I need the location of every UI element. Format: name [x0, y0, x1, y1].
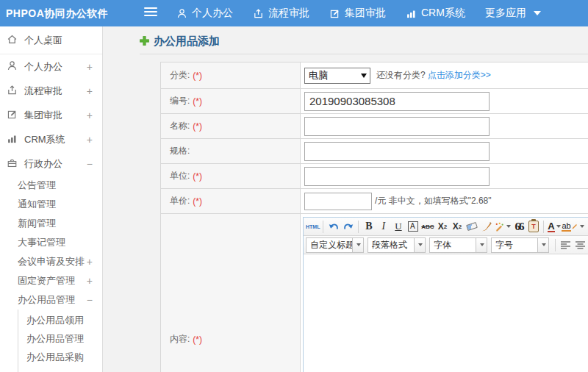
sidebar-item-supplies-claim[interactable]: 办公用品领用 [18, 311, 102, 329]
sidebar-item-office-supplies-mgmt[interactable]: 办公用品管理− [0, 290, 102, 310]
person-icon [176, 8, 187, 19]
sidebar-item-label: 办公用品管理 [26, 332, 84, 346]
subscript-button[interactable]: X2 [450, 219, 464, 234]
expand-icon[interactable]: + [87, 85, 93, 97]
custom-heading-select[interactable]: 自定义标题 [306, 237, 364, 253]
align-left-button[interactable] [559, 237, 573, 252]
sidebar-item-label: CRM系统 [24, 133, 65, 146]
page: PHPOA协同办公软件 个人办公 流程审批 集团审批 CRM系统 更多应用 [0, 0, 588, 372]
field-label: 名称: [170, 120, 190, 132]
sidebar-item-process-approval[interactable]: 流程审批 + [0, 79, 102, 103]
collapse-icon[interactable]: − [87, 294, 93, 306]
nav-label: CRM系统 [421, 7, 465, 20]
sidebar-item-announcement-mgmt[interactable]: 公告管理 [0, 176, 102, 195]
sidebar-item-label: 办公用品采购 [26, 351, 84, 364]
superscript-button[interactable]: X2 [435, 219, 449, 234]
home-icon [7, 34, 18, 47]
person-icon [7, 60, 18, 74]
chart-icon [406, 8, 417, 19]
clear-format-button[interactable] [479, 219, 493, 234]
strikethrough-button[interactable]: ABC [420, 219, 434, 234]
source-code-button[interactable]: HTML [306, 219, 320, 234]
expand-icon[interactable]: + [87, 61, 93, 73]
app-logo[interactable]: PHPOA协同办公软件 [6, 0, 108, 26]
add-category-link[interactable]: 点击添加分类>> [428, 69, 491, 82]
page-title: 办公用品添加 [140, 35, 220, 49]
redo-button[interactable] [341, 219, 355, 234]
blockquote-button[interactable]: 66 [512, 219, 526, 234]
align-center-button[interactable] [573, 237, 587, 252]
price-input[interactable] [304, 193, 372, 210]
category-select-value: 电脑 [309, 69, 328, 82]
paint-format-button[interactable] [494, 219, 511, 234]
field-label: 规格: [170, 145, 190, 157]
undo-button[interactable] [326, 219, 340, 234]
font-family-select[interactable]: 字体 [429, 237, 487, 253]
paste-text-button[interactable]: T [526, 219, 540, 234]
font-size-select[interactable]: 字号 [491, 237, 549, 253]
name-input[interactable] [304, 117, 490, 136]
sidebar-item-label: 集团审批 [24, 109, 62, 122]
hamburger-icon[interactable] [144, 7, 157, 18]
underline-button[interactable]: U [391, 219, 405, 234]
eraser-button[interactable] [465, 219, 478, 234]
form-row-code: 编号: (*) [161, 89, 588, 114]
nav-label: 集团审批 [345, 7, 386, 20]
expand-icon[interactable]: + [87, 134, 93, 146]
spec-input[interactable] [304, 142, 490, 161]
sidebar-item-group-approval[interactable]: 集团审批 + [0, 103, 102, 127]
nav-group-approval[interactable]: 集团审批 [329, 7, 386, 20]
font-color-button[interactable]: A [547, 219, 561, 234]
sidebar-item-label: 会议申请及安排 [18, 255, 85, 268]
editor-content-area[interactable] [304, 254, 588, 372]
italic-button[interactable]: I [376, 219, 390, 234]
sidebar-item-label: 新闻管理 [18, 217, 56, 230]
sidebar-item-supplies-manage[interactable]: 办公用品管理 [18, 329, 102, 348]
sidebar-item-news-mgmt[interactable]: 新闻管理 [0, 214, 102, 233]
edit-icon [7, 109, 18, 122]
field-label: 内容: [170, 333, 190, 346]
field-label: 单价: [170, 195, 190, 207]
category-hint: 还没有分类? [376, 69, 426, 82]
toolbar-separator [555, 239, 556, 251]
paragraph-format-select[interactable]: 段落格式 [368, 237, 426, 253]
toolbar-separator [543, 221, 544, 233]
paint-format-icon [494, 221, 505, 232]
sidebar-item-fixed-assets[interactable]: 固定资产管理+ [0, 271, 102, 290]
chart-icon [7, 133, 18, 146]
expand-icon[interactable]: + [87, 256, 93, 268]
collapse-icon[interactable]: − [87, 158, 93, 170]
nav-personal-office[interactable]: 个人办公 [176, 7, 233, 20]
edit-icon [329, 8, 340, 19]
form-row-content: 内容: (*) HTML B I U A A [161, 214, 588, 372]
select-arrow-icon [361, 74, 367, 78]
nav-process-approval[interactable]: 流程审批 [253, 7, 309, 20]
sidebar-item-notice-mgmt[interactable]: 通知管理 [0, 195, 102, 214]
bold-button[interactable]: B [362, 219, 376, 234]
add-plus-icon [140, 35, 149, 49]
highlight-color-button[interactable]: ab [562, 219, 584, 234]
form-row-unit: 单位: (*) [161, 164, 588, 189]
required-mark: (*) [193, 71, 202, 81]
sidebar-item-memorabilia-mgmt[interactable]: 大事记管理 [0, 233, 102, 252]
form-row-category: 分类: (*) 电脑 还没有分类? 点击添加分类>> [161, 62, 588, 89]
autotypeset-button[interactable]: A [406, 219, 420, 234]
nav-crm-system[interactable]: CRM系统 [406, 7, 465, 20]
unit-input[interactable] [304, 167, 490, 186]
code-input[interactable] [304, 92, 490, 111]
sidebar-item-label: 个人办公 [24, 60, 62, 74]
expand-icon[interactable]: + [87, 110, 93, 121]
sidebar-item-crm[interactable]: CRM系统 + [0, 127, 102, 151]
caret-down-icon [352, 238, 363, 252]
nav-more-apps[interactable]: 更多应用 [485, 7, 541, 20]
sidebar-item-personal-office[interactable]: 个人办公 + [0, 54, 102, 79]
sidebar-item-admin-office[interactable]: 行政办公 − [0, 151, 102, 176]
form-row-price: 单价: (*) /元 非中文，如填写格式"2.68" [161, 189, 588, 214]
expand-icon[interactable]: + [87, 275, 93, 287]
sidebar-item-personal-desktop[interactable]: 个人桌面 [0, 26, 102, 54]
sidebar-item-meeting-request[interactable]: 会议申请及安排+ [0, 252, 102, 271]
category-select[interactable]: 电脑 [304, 68, 370, 84]
sidebar-item-supplies-purchase[interactable]: 办公用品采购 [18, 348, 102, 366]
nav-label: 流程审批 [268, 7, 309, 20]
topbar: PHPOA协同办公软件 个人办公 流程审批 集团审批 CRM系统 更多应用 [0, 0, 588, 26]
